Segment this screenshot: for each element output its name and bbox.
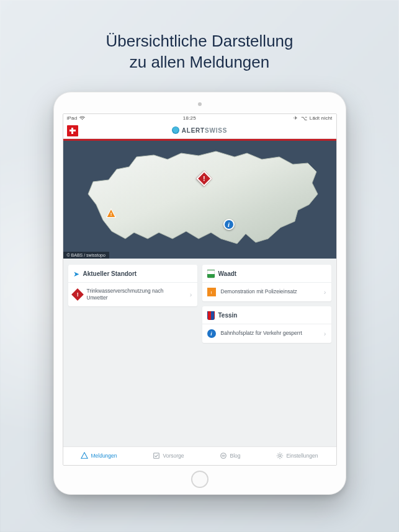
- checklist-icon: [153, 452, 160, 459]
- status-left: iPad: [67, 115, 86, 121]
- blog-icon: [220, 452, 227, 459]
- location-arrow-icon: ➤: [73, 270, 79, 278]
- page-title: Übersichtliche Darstellung zu allen Meld…: [0, 0, 399, 92]
- status-time: 18:25: [183, 115, 196, 121]
- app-header: ALERTSWISS: [63, 123, 336, 139]
- map-marker-info[interactable]: i: [223, 219, 235, 230]
- tab-label: Blog: [230, 453, 240, 459]
- warning-icon: !: [207, 288, 216, 296]
- card-head-waadt: Waadt: [202, 265, 331, 282]
- map-attribution: © BABS / swisstopo: [63, 252, 109, 259]
- screen: iPad 18:25 ✈︎ ⌥ Lädt nicht ALERTSWISS: [63, 113, 337, 466]
- tab-label: Einstellungen: [286, 453, 318, 459]
- card-head-location: ➤ Aktueller Standort: [68, 265, 197, 282]
- page-title-line1: Übersichtliche Darstellung: [105, 32, 293, 50]
- alert-text: Demonstration mit Polizeieinsatz: [221, 288, 319, 295]
- info-icon: i: [207, 329, 216, 338]
- alerts-icon: [81, 452, 88, 459]
- ipad-device: iPad 18:25 ✈︎ ⌥ Lädt nicht ALERTSWISS: [53, 92, 346, 495]
- body-area: ➤ Aktueller Standort ! Trinkwasserversch…: [63, 259, 336, 446]
- charge-label: Lädt nicht: [310, 115, 333, 121]
- canton-flag-tessin-icon: [207, 311, 215, 320]
- tab-vorsorge[interactable]: Vorsorge: [153, 452, 184, 459]
- alert-text: Bahnhofsplatz für Verkehr gesperrt: [221, 330, 319, 337]
- status-right: ✈︎ ⌥ Lädt nicht: [294, 115, 332, 122]
- wifi-icon: [79, 116, 85, 120]
- alert-item-demo[interactable]: ! Demonstration mit Polizeieinsatz ›: [202, 283, 331, 301]
- tab-label: Vorsorge: [163, 453, 184, 459]
- status-bar: iPad 18:25 ✈︎ ⌥ Lädt nicht: [63, 114, 336, 123]
- alert-item-bahnhof[interactable]: i Bahnhofsplatz für Verkehr gesperrt ›: [202, 324, 331, 343]
- danger-icon: !: [71, 288, 84, 301]
- card-title-waadt: Waadt: [218, 270, 237, 277]
- column-right: Waadt ! Demonstration mit Polizeieinsatz…: [202, 265, 331, 440]
- svg-text:!: !: [211, 291, 212, 295]
- svg-text:!: !: [110, 211, 112, 217]
- bluetooth-icon: ⌥: [301, 115, 307, 122]
- swiss-flag-icon: [67, 125, 78, 136]
- tab-blog[interactable]: Blog: [220, 452, 240, 459]
- card-head-tessin: Tessin: [202, 306, 331, 324]
- svg-rect-2: [154, 453, 159, 459]
- tab-bar: Meldungen Vorsorge Blog Einstellungen: [63, 446, 336, 465]
- brand: ALERTSWISS: [172, 126, 228, 134]
- map-marker-warning[interactable]: !: [105, 208, 117, 219]
- tab-label: Meldungen: [91, 453, 117, 459]
- svg-point-3: [221, 453, 226, 459]
- triangle-warning-icon: !: [106, 208, 116, 218]
- card-title-tessin: Tessin: [218, 312, 238, 319]
- chevron-right-icon: ›: [324, 288, 326, 296]
- brand-prefix: ALERT: [182, 127, 205, 134]
- page-title-line2: zu allen Meldungen: [130, 53, 270, 71]
- chevron-right-icon: ›: [190, 291, 192, 298]
- marker-danger-icon: !: [203, 175, 205, 182]
- gear-icon: [276, 452, 284, 459]
- card-waadt: Waadt ! Demonstration mit Polizeieinsatz…: [202, 265, 331, 301]
- alert-text: Trinkwasserverschmutzung nach Unwetter: [87, 288, 185, 301]
- column-left: ➤ Aktueller Standort ! Trinkwasserversch…: [68, 265, 197, 440]
- brand-text: ALERTSWISS: [182, 127, 228, 134]
- map[interactable]: ! ! i © BABS / swisstopo: [63, 141, 336, 259]
- canton-flag-waadt-icon: [207, 270, 215, 278]
- marker-info-icon: i: [228, 221, 230, 228]
- home-button[interactable]: [191, 471, 208, 488]
- device-label: iPad: [67, 115, 78, 121]
- card-tessin: Tessin i Bahnhofsplatz für Verkehr gespe…: [202, 306, 331, 343]
- chevron-right-icon: ›: [324, 330, 326, 337]
- card-current-location: ➤ Aktueller Standort ! Trinkwasserversch…: [68, 265, 197, 306]
- airplane-icon: ✈︎: [294, 115, 298, 121]
- alert-item-water[interactable]: ! Trinkwasserverschmutzung nach Unwetter…: [68, 283, 197, 306]
- tab-meldungen[interactable]: Meldungen: [81, 452, 117, 459]
- card-title-location: Aktueller Standort: [83, 270, 137, 277]
- switzerland-shape: [74, 146, 329, 251]
- brand-icon: [172, 126, 179, 134]
- tab-einstellungen[interactable]: Einstellungen: [276, 452, 318, 459]
- brand-suffix: SWISS: [205, 127, 227, 134]
- svg-point-4: [279, 454, 281, 456]
